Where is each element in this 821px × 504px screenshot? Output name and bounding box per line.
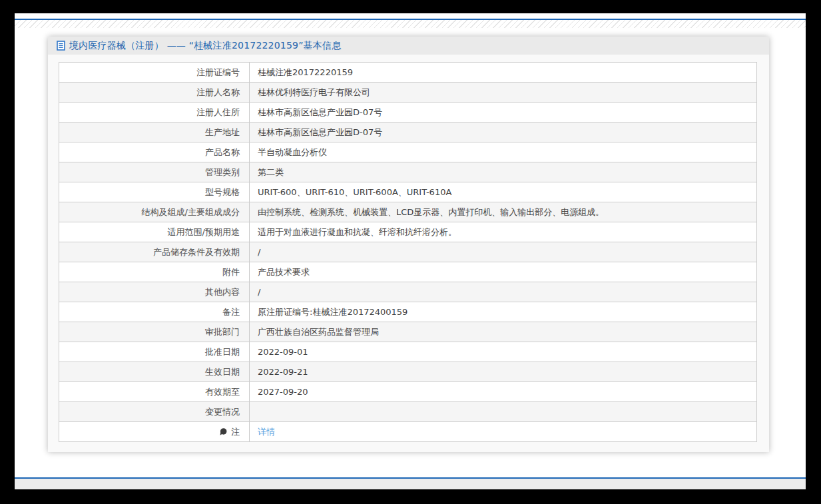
row-label: 注册人名称 (196, 87, 240, 97)
row-value: 适用于对血液进行凝血和抗凝、纤溶和抗纤溶分析。 (258, 227, 457, 237)
page: 境内医疗器械（注册） —— “桂械注准20172220159”基本信息 注册证编… (15, 13, 806, 489)
row-value-cell: 由控制系统、检测系统、机械装置、LCD显示器、内置打印机、输入输出部分、电源组成… (250, 202, 757, 222)
row-value: 半自动凝血分析仪 (258, 147, 327, 157)
row-label: 生产地址 (205, 127, 240, 137)
row-value-cell: 桂林市高新区信息产业园D-07号 (250, 123, 757, 142)
row-value: URIT-600、URIT-610、URIT-600A、URIT-610A (258, 187, 451, 197)
table-row: 批准日期 2022-09-01 (59, 342, 757, 362)
row-label: 管理类别 (205, 167, 240, 177)
row-value: 2027-09-20 (258, 387, 308, 397)
row-value-cell: 详情 (250, 422, 757, 442)
table-row: 注册人住所 桂林市高新区信息产业园D-07号 (59, 103, 757, 123)
row-label-cell: 备注 (59, 302, 250, 322)
row-label-cell: 审批部门 (59, 322, 250, 342)
row-value: 2022-09-21 (258, 367, 308, 377)
row-value: / (258, 287, 260, 297)
row-label: 注册人住所 (196, 107, 240, 117)
row-label-cell: 适用范围/预期用途 (59, 222, 250, 242)
registration-info-table: 注册证编号 桂械注准20172220159 注册人名称 桂林优利特医疗电子有限公… (59, 62, 757, 442)
row-value: 广西壮族自治区药品监督管理局 (258, 327, 379, 337)
row-label-cell: 产品名称 (59, 142, 250, 162)
table-row: 变更情况 (59, 402, 757, 422)
row-value-cell: 桂林市高新区信息产业园D-07号 (250, 103, 757, 123)
footer-strip (15, 479, 806, 489)
note-balloon-icon (220, 427, 227, 437)
row-label: 有效期至 (205, 387, 240, 397)
row-value-cell: 原注册证编号:桂械注准20172400159 (250, 302, 757, 322)
table-row: 产品名称 半自动凝血分析仪 (59, 142, 757, 162)
row-label: 产品名称 (205, 147, 240, 157)
row-label: 型号规格 (205, 187, 240, 197)
row-label-cell: 变更情况 (59, 402, 250, 422)
row-label: 变更情况 (205, 407, 240, 417)
row-label-cell: 其他内容 (59, 282, 250, 302)
registration-info-table-body: 注册证编号 桂械注准20172220159 注册人名称 桂林优利特医疗电子有限公… (59, 63, 757, 442)
row-label-cell: 注册人住所 (59, 103, 250, 123)
row-label-cell: 结构及组成/主要组成成分 (59, 202, 250, 222)
table-row: 备注 原注册证编号:桂械注准20172400159 (59, 302, 757, 322)
row-value-cell: 2027-09-20 (250, 382, 757, 402)
row-value: 2022-09-01 (258, 347, 308, 357)
table-row: 注 详情 (59, 422, 757, 442)
row-value: 桂林市高新区信息产业园D-07号 (258, 127, 382, 137)
row-value: 由控制系统、检测系统、机械装置、LCD显示器、内置打印机、输入输出部分、电源组成… (258, 207, 604, 217)
row-value: 产品技术要求 (258, 267, 310, 277)
document-icon (57, 41, 65, 51)
row-label-cell: 批准日期 (59, 342, 250, 362)
row-label: 产品储存条件及有效期 (153, 247, 240, 257)
row-value-cell (250, 402, 757, 422)
details-link[interactable]: 详情 (258, 427, 275, 437)
row-value-cell: 2022-09-01 (250, 342, 757, 362)
row-label-cell: 产品储存条件及有效期 (59, 242, 250, 262)
table-row: 管理类别 第二类 (59, 162, 757, 182)
row-label: 批准日期 (205, 347, 240, 357)
row-label: 其他内容 (205, 287, 240, 297)
table-row: 注册证编号 桂械注准20172220159 (59, 63, 757, 83)
table-row: 产品储存条件及有效期 / (59, 242, 757, 262)
row-value-cell: 2022-09-21 (250, 362, 757, 382)
table-row: 附件 产品技术要求 (59, 262, 757, 282)
table-row: 结构及组成/主要组成成分 由控制系统、检测系统、机械装置、LCD显示器、内置打印… (59, 202, 757, 222)
row-value-cell: 桂林优利特医疗电子有限公司 (250, 83, 757, 103)
table-row: 适用范围/预期用途 适用于对血液进行凝血和抗凝、纤溶和抗纤溶分析。 (59, 222, 757, 242)
row-label: 附件 (222, 267, 240, 277)
row-value: 桂林优利特医疗电子有限公司 (258, 87, 370, 97)
table-row: 型号规格 URIT-600、URIT-610、URIT-600A、URIT-61… (59, 182, 757, 202)
table-row: 生效日期 2022-09-21 (59, 362, 757, 382)
row-label: 生效日期 (205, 367, 240, 377)
panel-titlebar: 境内医疗器械（注册） —— “桂械注准20172220159”基本信息 (48, 37, 769, 55)
row-label: 注册证编号 (196, 67, 240, 77)
row-label: 备注 (222, 307, 240, 317)
row-label-cell: 有效期至 (59, 382, 250, 402)
row-label-cell: 附件 (59, 262, 250, 282)
table-row: 审批部门 广西壮族自治区药品监督管理局 (59, 322, 757, 342)
table-row: 注册人名称 桂林优利特医疗电子有限公司 (59, 83, 757, 103)
row-value: / (258, 247, 260, 257)
row-label-cell: 注册人名称 (59, 83, 250, 103)
row-value-cell: 半自动凝血分析仪 (250, 142, 757, 162)
row-value: 第二类 (258, 167, 284, 177)
page-title-text: 境内医疗器械（注册） —— “桂械注准20172220159”基本信息 (69, 40, 341, 52)
row-value-cell: 产品技术要求 (250, 262, 757, 282)
row-label-cell: 生效日期 (59, 362, 250, 382)
row-value-cell: / (250, 242, 757, 262)
table-row: 其他内容 / (59, 282, 757, 302)
row-value: 桂械注准20172220159 (258, 67, 353, 77)
row-label: 适用范围/预期用途 (168, 227, 240, 237)
row-label: 注 (231, 427, 240, 437)
row-label: 结构及组成/主要组成成分 (142, 207, 240, 217)
row-value-cell: / (250, 282, 757, 302)
row-label-cell: 注册证编号 (59, 63, 250, 83)
row-value-cell: URIT-600、URIT-610、URIT-600A、URIT-610A (250, 182, 757, 202)
row-value-cell: 适用于对血液进行凝血和抗凝、纤溶和抗纤溶分析。 (250, 222, 757, 242)
table-row: 有效期至 2027-09-20 (59, 382, 757, 402)
row-label-cell: 型号规格 (59, 182, 250, 202)
row-value-cell: 桂械注准20172220159 (250, 63, 757, 83)
row-value-cell: 第二类 (250, 162, 757, 182)
page-title: 境内医疗器械（注册） —— “桂械注准20172220159”基本信息 (57, 40, 341, 52)
table-row: 生产地址 桂林市高新区信息产业园D-07号 (59, 123, 757, 142)
row-value: 原注册证编号:桂械注准20172400159 (258, 307, 408, 317)
row-value-cell: 广西壮族自治区药品监督管理局 (250, 322, 757, 342)
row-label-cell: 注 (59, 422, 250, 442)
hatch-pattern-band (15, 20, 806, 28)
